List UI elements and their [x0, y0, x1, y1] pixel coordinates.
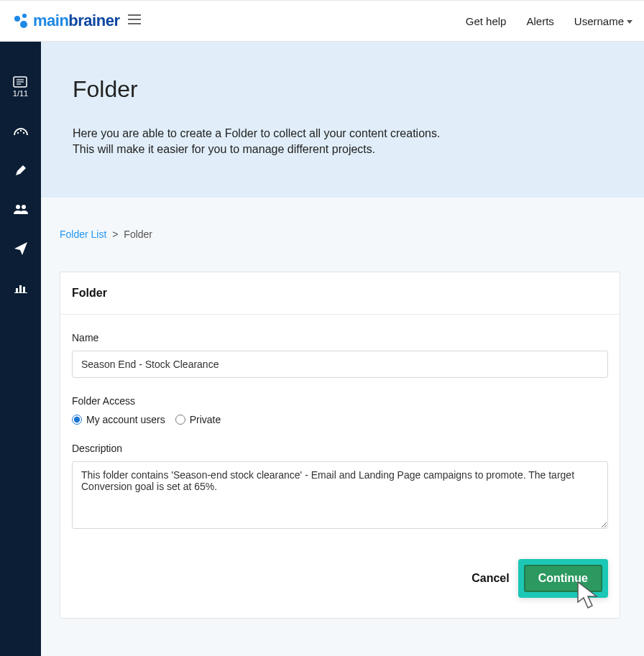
- svg-rect-16: [19, 285, 22, 292]
- sidebar-item-dashboard[interactable]: [13, 125, 29, 137]
- folder-card: Folder Name Folder Access My account use…: [60, 272, 620, 619]
- logo-text: mainbrainer: [33, 11, 119, 30]
- svg-point-12: [19, 130, 21, 131]
- chevron-down-icon: [627, 20, 632, 24]
- radio-account-users-label: My account users: [86, 414, 165, 425]
- checklist-icon: [13, 76, 27, 88]
- get-help-link[interactable]: Get help: [466, 15, 507, 27]
- svg-point-1: [14, 16, 20, 22]
- name-label: Name: [72, 332, 608, 343]
- cancel-button[interactable]: Cancel: [472, 572, 509, 585]
- topbar: mainbrainer Get help Alerts Username: [0, 0, 644, 42]
- alerts-link[interactable]: Alerts: [526, 15, 553, 27]
- breadcrumb-sep: >: [112, 228, 118, 240]
- continue-highlight: Continue: [518, 559, 608, 598]
- sidebar-item-progress[interactable]: 1/11: [13, 76, 28, 98]
- progress-label: 1/11: [13, 89, 28, 98]
- description-textarea[interactable]: This folder contains 'Season-end stock c…: [72, 461, 608, 529]
- name-input[interactable]: [72, 351, 608, 378]
- page-banner: Folder Here you are able to create a Fol…: [41, 42, 644, 198]
- svg-point-11: [22, 132, 24, 134]
- bar-chart-icon: [14, 283, 27, 293]
- continue-button[interactable]: Continue: [524, 565, 602, 592]
- svg-point-10: [17, 132, 18, 134]
- sidebar-item-reports[interactable]: [14, 283, 27, 293]
- card-header: Folder: [60, 272, 620, 315]
- radio-private-input[interactable]: [175, 415, 185, 425]
- svg-point-13: [16, 205, 20, 209]
- paper-plane-icon: [14, 241, 28, 256]
- pencil-icon: [14, 164, 27, 177]
- logo-dots-icon: [12, 12, 29, 29]
- page-title: Folder: [73, 76, 612, 103]
- logo[interactable]: mainbrainer: [12, 11, 119, 30]
- svg-point-0: [22, 14, 27, 18]
- users-icon: [13, 204, 29, 214]
- svg-point-14: [22, 205, 26, 209]
- menu-icon[interactable]: [128, 14, 141, 27]
- radio-account-users-input[interactable]: [72, 415, 82, 425]
- description-label: Description: [72, 443, 608, 454]
- username-label: Username: [574, 15, 624, 27]
- sidebar: 1/11: [0, 42, 41, 656]
- svg-rect-17: [23, 287, 25, 292]
- radio-private-label: Private: [190, 414, 221, 425]
- banner-text-2: This will make it easier for you to mana…: [73, 142, 612, 157]
- banner-text-1: Here you are able to create a Folder to …: [73, 126, 612, 142]
- gauge-icon: [13, 125, 29, 137]
- sidebar-item-create[interactable]: [14, 164, 27, 177]
- sidebar-item-users[interactable]: [13, 204, 29, 214]
- folder-access-label: Folder Access: [72, 395, 608, 407]
- user-menu[interactable]: Username: [574, 15, 632, 27]
- breadcrumb: Folder List > Folder: [60, 228, 152, 240]
- sidebar-item-send[interactable]: [14, 241, 28, 256]
- breadcrumb-folder-list[interactable]: Folder List: [60, 228, 106, 240]
- breadcrumb-current: Folder: [124, 228, 152, 240]
- svg-point-2: [20, 21, 27, 28]
- radio-account-users[interactable]: My account users: [72, 414, 165, 425]
- svg-rect-15: [16, 288, 18, 292]
- radio-private[interactable]: Private: [175, 414, 221, 425]
